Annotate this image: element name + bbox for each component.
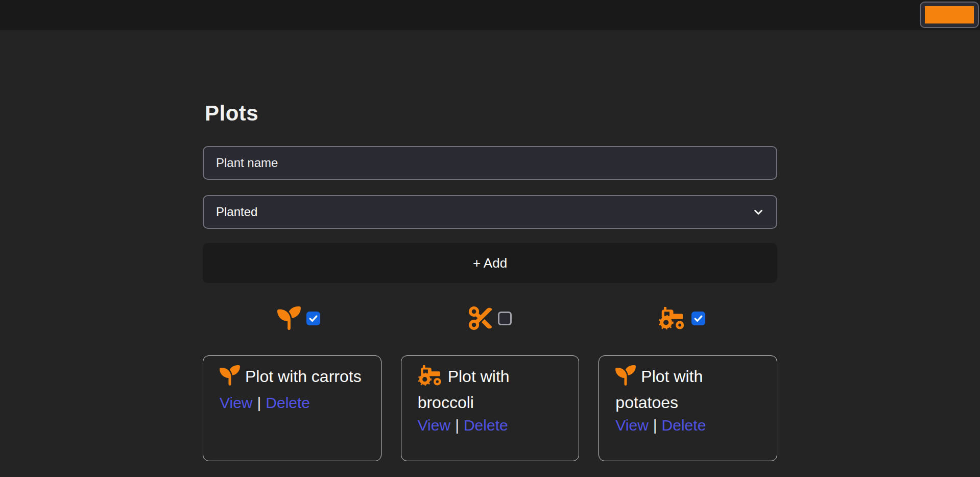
plot-card: Plot with potatoes View|Delete xyxy=(599,355,777,461)
plot-card-title: Plot with potatoes xyxy=(615,365,760,414)
seedling-icon xyxy=(277,306,301,330)
link-separator: | xyxy=(257,394,261,411)
chevron-down-icon xyxy=(752,205,765,219)
filter-checkbox[interactable] xyxy=(306,312,320,325)
plot-name: Plot with carrots xyxy=(245,367,362,386)
plot-card-title: Plot with broccoli xyxy=(418,365,563,414)
delete-link[interactable]: Delete xyxy=(266,394,310,411)
plot-card-title: Plot with carrots xyxy=(220,365,365,391)
view-link[interactable]: View xyxy=(220,394,252,411)
plot-card-links: View|Delete xyxy=(418,415,563,436)
delete-link[interactable]: Delete xyxy=(662,417,706,434)
plot-card: Plot with carrots View|Delete xyxy=(203,355,381,461)
topbar-accent-button[interactable] xyxy=(920,2,979,28)
tractor-icon xyxy=(658,307,686,329)
topbar xyxy=(0,0,980,30)
link-separator: | xyxy=(455,417,459,434)
page-title: Plots xyxy=(205,101,777,126)
plot-card-links: View|Delete xyxy=(220,392,365,414)
plot-card-links: View|Delete xyxy=(615,415,760,436)
delete-link[interactable]: Delete xyxy=(464,417,508,434)
filter-row xyxy=(203,304,777,332)
link-separator: | xyxy=(653,417,657,434)
filter-item xyxy=(203,304,394,332)
plot-card: Plot with broccoli View|Delete xyxy=(401,355,580,461)
main-content: Plots Planted + Add Plot with carrots Vi… xyxy=(203,30,777,461)
add-button[interactable]: + Add xyxy=(203,243,777,283)
view-link[interactable]: View xyxy=(615,417,648,434)
seedling-icon xyxy=(615,365,636,391)
plot-cards: Plot with carrots View|Delete Plot with … xyxy=(203,355,777,461)
tractor-icon xyxy=(418,365,443,391)
scissors-icon xyxy=(469,306,492,330)
view-link[interactable]: View xyxy=(418,417,450,434)
accent-swatch xyxy=(925,6,974,23)
check-icon xyxy=(308,314,318,323)
planted-select-value: Planted xyxy=(216,205,257,219)
seedling-icon xyxy=(220,365,240,391)
check-icon xyxy=(694,314,703,323)
filter-item xyxy=(394,304,586,332)
planted-select[interactable]: Planted xyxy=(203,195,777,229)
filter-checkbox[interactable] xyxy=(498,312,512,325)
plant-name-input[interactable] xyxy=(203,146,777,180)
filter-checkbox[interactable] xyxy=(691,312,705,325)
filter-item xyxy=(586,304,777,332)
